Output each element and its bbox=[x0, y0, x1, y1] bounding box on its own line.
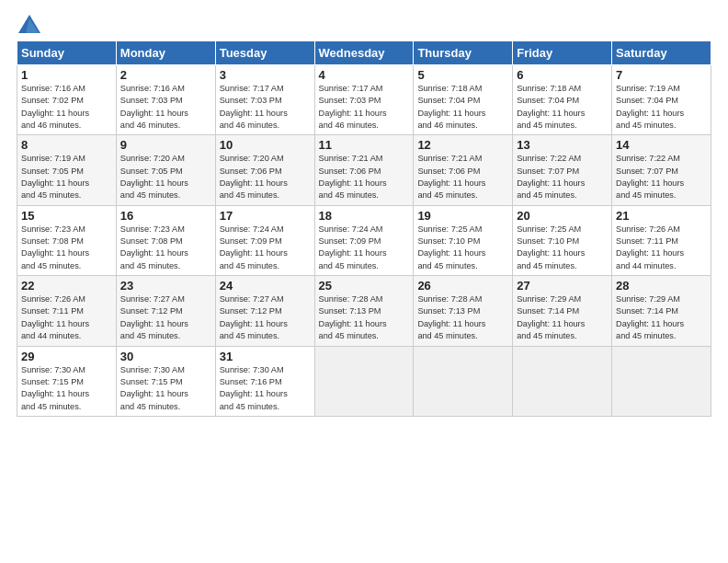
logo bbox=[17, 13, 46, 39]
day-info: Sunrise: 7:23 AM Sunset: 7:08 PM Dayligh… bbox=[21, 224, 112, 272]
day-info: Sunrise: 7:24 AM Sunset: 7:09 PM Dayligh… bbox=[220, 224, 311, 272]
header-day: Saturday bbox=[612, 41, 711, 65]
day-info: Sunrise: 7:29 AM Sunset: 7:14 PM Dayligh… bbox=[517, 293, 608, 342]
day-number: 30 bbox=[120, 350, 211, 363]
day-info: Sunrise: 7:16 AM Sunset: 7:02 PM Dayligh… bbox=[21, 83, 112, 132]
calendar-cell: 29Sunrise: 7:30 AM Sunset: 7:15 PM Dayli… bbox=[17, 346, 117, 416]
day-info: Sunrise: 7:27 AM Sunset: 7:12 PM Dayligh… bbox=[120, 293, 211, 342]
header-day: Friday bbox=[513, 41, 612, 65]
header-day: Sunday bbox=[17, 41, 117, 65]
calendar-cell: 22Sunrise: 7:26 AM Sunset: 7:11 PM Dayli… bbox=[17, 276, 117, 346]
day-number: 6 bbox=[517, 68, 608, 82]
calendar-cell: 31Sunrise: 7:30 AM Sunset: 7:16 PM Dayli… bbox=[215, 346, 314, 416]
calendar-row: 1Sunrise: 7:16 AM Sunset: 7:02 PM Daylig… bbox=[17, 65, 711, 135]
day-number: 24 bbox=[220, 279, 311, 293]
day-info: Sunrise: 7:30 AM Sunset: 7:16 PM Dayligh… bbox=[220, 364, 311, 413]
calendar-cell bbox=[612, 346, 711, 416]
day-number: 26 bbox=[417, 279, 508, 293]
day-number: 25 bbox=[319, 279, 410, 293]
header-day: Wednesday bbox=[314, 41, 414, 65]
day-number: 11 bbox=[319, 138, 410, 152]
calendar-cell: 13Sunrise: 7:22 AM Sunset: 7:07 PM Dayli… bbox=[513, 135, 612, 205]
calendar-cell: 24Sunrise: 7:27 AM Sunset: 7:12 PM Dayli… bbox=[215, 276, 314, 346]
day-info: Sunrise: 7:27 AM Sunset: 7:12 PM Dayligh… bbox=[220, 293, 311, 342]
day-info: Sunrise: 7:26 AM Sunset: 7:11 PM Dayligh… bbox=[21, 293, 112, 342]
day-number: 16 bbox=[120, 209, 211, 223]
calendar-cell: 2Sunrise: 7:16 AM Sunset: 7:03 PM Daylig… bbox=[116, 65, 215, 135]
calendar-cell: 16Sunrise: 7:23 AM Sunset: 7:08 PM Dayli… bbox=[116, 205, 215, 275]
day-info: Sunrise: 7:17 AM Sunset: 7:03 PM Dayligh… bbox=[319, 83, 410, 132]
calendar-cell: 12Sunrise: 7:21 AM Sunset: 7:06 PM Dayli… bbox=[414, 135, 513, 205]
day-info: Sunrise: 7:30 AM Sunset: 7:15 PM Dayligh… bbox=[120, 364, 211, 413]
day-number: 17 bbox=[220, 209, 311, 223]
calendar-table: SundayMondayTuesdayWednesdayThursdayFrid… bbox=[17, 40, 711, 417]
day-number: 29 bbox=[21, 350, 112, 363]
header-day: Monday bbox=[116, 41, 215, 65]
calendar-cell: 28Sunrise: 7:29 AM Sunset: 7:14 PM Dayli… bbox=[612, 276, 711, 346]
calendar-cell: 20Sunrise: 7:25 AM Sunset: 7:10 PM Dayli… bbox=[513, 205, 612, 275]
day-info: Sunrise: 7:28 AM Sunset: 7:13 PM Dayligh… bbox=[319, 293, 410, 342]
calendar-cell: 23Sunrise: 7:27 AM Sunset: 7:12 PM Dayli… bbox=[116, 276, 215, 346]
calendar-row: 29Sunrise: 7:30 AM Sunset: 7:15 PM Dayli… bbox=[17, 346, 711, 416]
day-info: Sunrise: 7:24 AM Sunset: 7:09 PM Dayligh… bbox=[319, 224, 410, 272]
day-number: 8 bbox=[21, 138, 112, 152]
calendar-cell: 8Sunrise: 7:19 AM Sunset: 7:05 PM Daylig… bbox=[17, 135, 117, 205]
day-info: Sunrise: 7:25 AM Sunset: 7:10 PM Dayligh… bbox=[517, 224, 608, 272]
calendar-cell: 25Sunrise: 7:28 AM Sunset: 7:13 PM Dayli… bbox=[314, 276, 414, 346]
day-number: 7 bbox=[616, 68, 707, 82]
day-number: 13 bbox=[517, 138, 608, 152]
header-row: SundayMondayTuesdayWednesdayThursdayFrid… bbox=[17, 41, 711, 65]
day-info: Sunrise: 7:25 AM Sunset: 7:10 PM Dayligh… bbox=[417, 224, 508, 272]
day-number: 2 bbox=[120, 68, 211, 82]
calendar-cell: 18Sunrise: 7:24 AM Sunset: 7:09 PM Dayli… bbox=[314, 205, 414, 275]
calendar-cell bbox=[314, 346, 414, 416]
calendar-cell: 3Sunrise: 7:17 AM Sunset: 7:03 PM Daylig… bbox=[215, 65, 314, 135]
day-info: Sunrise: 7:20 AM Sunset: 7:05 PM Dayligh… bbox=[120, 153, 211, 201]
calendar-cell: 21Sunrise: 7:26 AM Sunset: 7:11 PM Dayli… bbox=[612, 205, 711, 275]
header bbox=[17, 9, 711, 39]
day-info: Sunrise: 7:22 AM Sunset: 7:07 PM Dayligh… bbox=[616, 153, 707, 201]
calendar-cell: 7Sunrise: 7:19 AM Sunset: 7:04 PM Daylig… bbox=[612, 65, 711, 135]
calendar-cell: 10Sunrise: 7:20 AM Sunset: 7:06 PM Dayli… bbox=[215, 135, 314, 205]
day-info: Sunrise: 7:29 AM Sunset: 7:14 PM Dayligh… bbox=[616, 293, 707, 342]
day-number: 14 bbox=[616, 138, 707, 152]
calendar-cell: 5Sunrise: 7:18 AM Sunset: 7:04 PM Daylig… bbox=[414, 65, 513, 135]
header-day: Tuesday bbox=[215, 41, 314, 65]
day-info: Sunrise: 7:16 AM Sunset: 7:03 PM Dayligh… bbox=[120, 83, 211, 132]
day-info: Sunrise: 7:19 AM Sunset: 7:04 PM Dayligh… bbox=[616, 83, 707, 132]
day-info: Sunrise: 7:18 AM Sunset: 7:04 PM Dayligh… bbox=[417, 83, 508, 132]
calendar-cell: 9Sunrise: 7:20 AM Sunset: 7:05 PM Daylig… bbox=[116, 135, 215, 205]
day-number: 10 bbox=[220, 138, 311, 152]
calendar-cell: 4Sunrise: 7:17 AM Sunset: 7:03 PM Daylig… bbox=[314, 65, 414, 135]
day-number: 19 bbox=[417, 209, 508, 223]
calendar-row: 8Sunrise: 7:19 AM Sunset: 7:05 PM Daylig… bbox=[17, 135, 711, 205]
calendar-cell: 6Sunrise: 7:18 AM Sunset: 7:04 PM Daylig… bbox=[513, 65, 612, 135]
calendar-cell: 1Sunrise: 7:16 AM Sunset: 7:02 PM Daylig… bbox=[17, 65, 117, 135]
calendar-cell: 27Sunrise: 7:29 AM Sunset: 7:14 PM Dayli… bbox=[513, 276, 612, 346]
day-info: Sunrise: 7:19 AM Sunset: 7:05 PM Dayligh… bbox=[21, 153, 112, 201]
day-info: Sunrise: 7:18 AM Sunset: 7:04 PM Dayligh… bbox=[517, 83, 608, 132]
day-number: 4 bbox=[319, 68, 410, 82]
day-info: Sunrise: 7:28 AM Sunset: 7:13 PM Dayligh… bbox=[417, 293, 508, 342]
calendar-cell: 15Sunrise: 7:23 AM Sunset: 7:08 PM Dayli… bbox=[17, 205, 117, 275]
logo-icon bbox=[17, 13, 42, 39]
calendar-row: 22Sunrise: 7:26 AM Sunset: 7:11 PM Dayli… bbox=[17, 276, 711, 346]
calendar-cell: 11Sunrise: 7:21 AM Sunset: 7:06 PM Dayli… bbox=[314, 135, 414, 205]
day-number: 31 bbox=[220, 350, 311, 363]
day-info: Sunrise: 7:21 AM Sunset: 7:06 PM Dayligh… bbox=[417, 153, 508, 201]
day-number: 12 bbox=[417, 138, 508, 152]
header-day: Thursday bbox=[414, 41, 513, 65]
day-number: 20 bbox=[517, 209, 608, 223]
calendar-cell bbox=[513, 346, 612, 416]
day-number: 1 bbox=[21, 68, 112, 82]
day-info: Sunrise: 7:22 AM Sunset: 7:07 PM Dayligh… bbox=[517, 153, 608, 201]
day-number: 15 bbox=[21, 209, 112, 223]
day-number: 5 bbox=[417, 68, 508, 82]
day-number: 9 bbox=[120, 138, 211, 152]
day-number: 22 bbox=[21, 279, 112, 293]
day-info: Sunrise: 7:20 AM Sunset: 7:06 PM Dayligh… bbox=[220, 153, 311, 201]
day-info: Sunrise: 7:17 AM Sunset: 7:03 PM Dayligh… bbox=[220, 83, 311, 132]
day-number: 23 bbox=[120, 279, 211, 293]
day-number: 3 bbox=[220, 68, 311, 82]
calendar-cell bbox=[414, 346, 513, 416]
